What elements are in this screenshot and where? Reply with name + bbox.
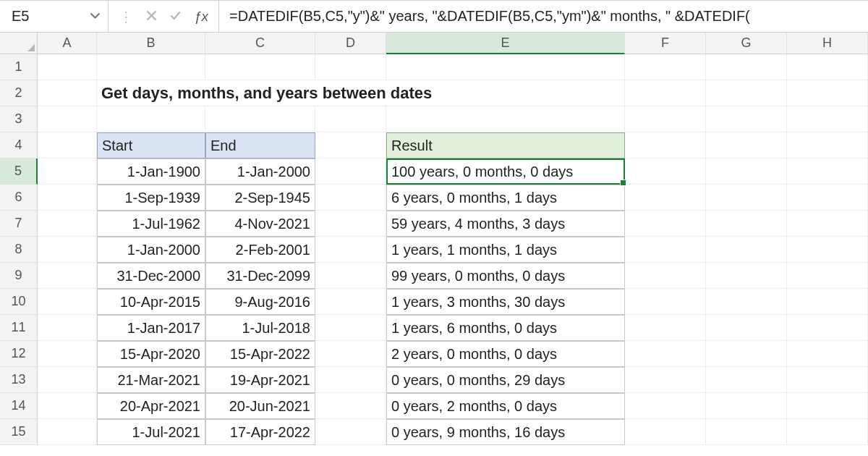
- cell[interactable]: [787, 341, 868, 367]
- cell-end[interactable]: 1-Jul-2018: [205, 315, 315, 341]
- cell[interactable]: [706, 80, 787, 106]
- table-header-end[interactable]: End: [205, 132, 315, 159]
- cell[interactable]: [625, 419, 706, 445]
- cell-end[interactable]: 2-Sep-1945: [205, 185, 315, 211]
- col-header-B[interactable]: B: [97, 33, 205, 54]
- cell[interactable]: [315, 54, 386, 80]
- row-header-4[interactable]: 4: [0, 132, 38, 159]
- col-header-D[interactable]: D: [315, 33, 386, 54]
- cell[interactable]: [706, 159, 787, 185]
- cell-end[interactable]: 20-Jun-2021: [205, 393, 315, 419]
- cell[interactable]: [787, 419, 868, 445]
- cell[interactable]: [787, 159, 868, 185]
- cell-end[interactable]: 17-Apr-2022: [205, 419, 315, 445]
- cell[interactable]: [787, 211, 868, 237]
- cell[interactable]: [315, 132, 386, 159]
- cell[interactable]: [706, 185, 787, 211]
- cell[interactable]: [315, 185, 386, 211]
- row-header-2[interactable]: 2: [0, 80, 38, 106]
- cell[interactable]: [706, 341, 787, 367]
- col-header-G[interactable]: G: [706, 33, 787, 54]
- cell-end[interactable]: 4-Nov-2021: [205, 211, 315, 237]
- cell[interactable]: [315, 393, 386, 419]
- cell[interactable]: [625, 80, 706, 106]
- cell[interactable]: [38, 289, 97, 315]
- cell[interactable]: [205, 106, 315, 132]
- cell[interactable]: [97, 106, 205, 132]
- cell-end[interactable]: 9-Aug-2016: [205, 289, 315, 315]
- cell[interactable]: [315, 367, 386, 393]
- cell[interactable]: [625, 54, 706, 80]
- cell[interactable]: [38, 54, 97, 80]
- cell[interactable]: [386, 54, 625, 80]
- cell[interactable]: [38, 185, 97, 211]
- cell-start[interactable]: 15-Apr-2020: [97, 341, 205, 367]
- cell-start[interactable]: 1-Jan-1900: [97, 159, 205, 185]
- fx-icon[interactable]: ƒx: [194, 9, 208, 25]
- cell[interactable]: [706, 393, 787, 419]
- col-header-A[interactable]: A: [38, 33, 97, 54]
- cell[interactable]: [625, 263, 706, 289]
- cell-start[interactable]: 1-Sep-1939: [97, 185, 205, 211]
- cell-result[interactable]: 1 years, 1 months, 1 days: [386, 237, 625, 263]
- cell[interactable]: [625, 106, 706, 132]
- cell[interactable]: [706, 289, 787, 315]
- cell-result[interactable]: 0 years, 0 months, 29 days: [386, 367, 625, 393]
- cell[interactable]: [787, 106, 868, 132]
- cell[interactable]: [97, 54, 205, 80]
- cell[interactable]: [625, 211, 706, 237]
- cell-result[interactable]: 100 years, 0 months, 0 days: [386, 159, 625, 185]
- cell[interactable]: [787, 132, 868, 159]
- cell[interactable]: [315, 315, 386, 341]
- cell[interactable]: [625, 341, 706, 367]
- cell[interactable]: [787, 315, 868, 341]
- cell[interactable]: [315, 159, 386, 185]
- cell[interactable]: [625, 185, 706, 211]
- cell-result[interactable]: 0 years, 2 months, 0 days: [386, 393, 625, 419]
- cell[interactable]: [38, 132, 97, 159]
- table-header-start[interactable]: Start: [97, 132, 205, 159]
- cell-start[interactable]: 21-Mar-2021: [97, 367, 205, 393]
- select-all-corner[interactable]: [0, 33, 38, 54]
- cell[interactable]: [625, 237, 706, 263]
- cell[interactable]: [315, 263, 386, 289]
- col-header-C[interactable]: C: [205, 33, 315, 54]
- cell[interactable]: [787, 237, 868, 263]
- cell-result[interactable]: 1 years, 3 months, 30 days: [386, 289, 625, 315]
- cell[interactable]: [625, 315, 706, 341]
- cell[interactable]: [38, 237, 97, 263]
- row-header-15[interactable]: 15: [0, 419, 38, 445]
- cell[interactable]: [787, 185, 868, 211]
- chevron-down-icon[interactable]: [90, 10, 101, 23]
- row-header-11[interactable]: 11: [0, 315, 38, 341]
- cell-start[interactable]: 1-Jul-1962: [97, 211, 205, 237]
- cell[interactable]: [787, 263, 868, 289]
- cell-start[interactable]: 1-Jul-2021: [97, 419, 205, 445]
- cell[interactable]: [706, 419, 787, 445]
- row-header-5[interactable]: 5: [0, 159, 38, 185]
- cell[interactable]: [706, 211, 787, 237]
- cell-result[interactable]: 1 years, 6 months, 0 days: [386, 315, 625, 341]
- cell[interactable]: [787, 54, 868, 80]
- cell[interactable]: [38, 393, 97, 419]
- cell[interactable]: [706, 237, 787, 263]
- row-header-14[interactable]: 14: [0, 393, 38, 419]
- cell-start[interactable]: 10-Apr-2015: [97, 289, 205, 315]
- cell[interactable]: [315, 237, 386, 263]
- cells-area[interactable]: Get days, months, and years between date…: [38, 54, 868, 445]
- row-header-12[interactable]: 12: [0, 341, 38, 367]
- cell[interactable]: [787, 289, 868, 315]
- cell-start[interactable]: 1-Jan-2017: [97, 315, 205, 341]
- cell[interactable]: [706, 315, 787, 341]
- cell[interactable]: [386, 106, 625, 132]
- cell[interactable]: [38, 367, 97, 393]
- cell[interactable]: [625, 289, 706, 315]
- row-header-8[interactable]: 8: [0, 237, 38, 263]
- table-header-result[interactable]: Result: [386, 132, 625, 159]
- cell-end[interactable]: 2-Feb-2001: [205, 237, 315, 263]
- cell[interactable]: [706, 132, 787, 159]
- row-header-1[interactable]: 1: [0, 54, 38, 80]
- col-header-H[interactable]: H: [787, 33, 868, 54]
- cell[interactable]: [315, 211, 386, 237]
- row-header-10[interactable]: 10: [0, 289, 38, 315]
